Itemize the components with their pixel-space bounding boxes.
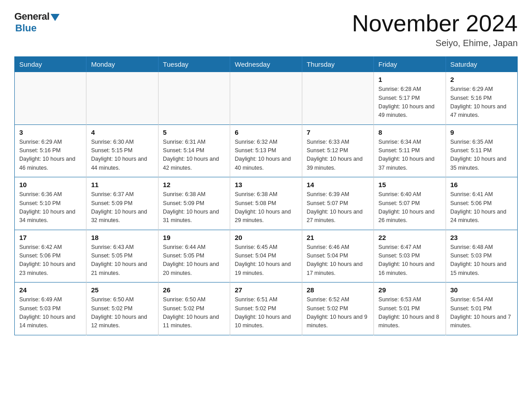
day-number: 22	[378, 234, 441, 241]
calendar-cell: 19Sunrise: 6:44 AMSunset: 5:05 PMDayligh…	[158, 230, 230, 283]
day-number: 5	[163, 128, 225, 136]
calendar-cell: 13Sunrise: 6:38 AMSunset: 5:08 PMDayligh…	[230, 177, 302, 230]
day-info: Sunrise: 6:46 AMSunset: 5:04 PMDaylight:…	[307, 243, 369, 278]
day-number: 1	[378, 76, 441, 83]
calendar-cell: 2Sunrise: 6:29 AMSunset: 5:16 PMDaylight…	[446, 72, 517, 125]
day-info: Sunrise: 6:30 AMSunset: 5:15 PMDaylight:…	[91, 138, 153, 173]
weekday-header-sunday: Sunday	[15, 57, 86, 72]
day-number: 24	[19, 286, 82, 294]
title-block: November 2024 Seiyo, Ehime, Japan	[352, 11, 518, 48]
calendar-week-row: 24Sunrise: 6:49 AMSunset: 5:03 PMDayligh…	[15, 283, 518, 335]
calendar-cell: 28Sunrise: 6:52 AMSunset: 5:02 PMDayligh…	[302, 283, 373, 335]
day-info: Sunrise: 6:49 AMSunset: 5:03 PMDaylight:…	[19, 295, 82, 330]
calendar-cell: 26Sunrise: 6:50 AMSunset: 5:02 PMDayligh…	[158, 283, 230, 335]
day-info: Sunrise: 6:45 AMSunset: 5:04 PMDaylight:…	[235, 243, 297, 278]
day-info: Sunrise: 6:50 AMSunset: 5:02 PMDaylight:…	[91, 295, 153, 330]
day-number: 17	[19, 234, 82, 241]
day-number: 16	[450, 181, 513, 188]
calendar-cell: 20Sunrise: 6:45 AMSunset: 5:04 PMDayligh…	[230, 230, 302, 283]
logo-general-text: General	[14, 11, 49, 22]
calendar-cell: 4Sunrise: 6:30 AMSunset: 5:15 PMDaylight…	[86, 124, 158, 177]
day-number: 6	[235, 128, 297, 136]
day-number: 13	[235, 181, 297, 188]
calendar-cell: 14Sunrise: 6:39 AMSunset: 5:07 PMDayligh…	[302, 177, 373, 230]
calendar-cell: 25Sunrise: 6:50 AMSunset: 5:02 PMDayligh…	[86, 283, 158, 335]
calendar-cell	[230, 72, 302, 125]
day-info: Sunrise: 6:29 AMSunset: 5:16 PMDaylight:…	[450, 85, 513, 120]
location-subtitle: Seiyo, Ehime, Japan	[352, 38, 518, 48]
day-number: 7	[307, 128, 369, 136]
day-number: 27	[235, 286, 297, 294]
day-info: Sunrise: 6:44 AMSunset: 5:05 PMDaylight:…	[163, 243, 225, 278]
logo-blue-text: Blue	[15, 22, 37, 34]
weekday-header-friday: Friday	[374, 57, 446, 72]
calendar-cell: 30Sunrise: 6:54 AMSunset: 5:01 PMDayligh…	[446, 283, 517, 335]
weekday-header-thursday: Thursday	[302, 57, 373, 72]
day-info: Sunrise: 6:50 AMSunset: 5:02 PMDaylight:…	[163, 295, 225, 330]
calendar-cell: 11Sunrise: 6:37 AMSunset: 5:09 PMDayligh…	[86, 177, 158, 230]
day-info: Sunrise: 6:51 AMSunset: 5:02 PMDaylight:…	[235, 295, 297, 330]
calendar-cell: 10Sunrise: 6:36 AMSunset: 5:10 PMDayligh…	[15, 177, 86, 230]
weekday-header-wednesday: Wednesday	[230, 57, 302, 72]
calendar-cell: 12Sunrise: 6:38 AMSunset: 5:09 PMDayligh…	[158, 177, 230, 230]
logo: General Blue	[14, 11, 60, 34]
weekday-header-saturday: Saturday	[446, 57, 517, 72]
day-info: Sunrise: 6:43 AMSunset: 5:05 PMDaylight:…	[91, 243, 153, 278]
day-info: Sunrise: 6:28 AMSunset: 5:17 PMDaylight:…	[378, 85, 441, 120]
calendar-cell: 3Sunrise: 6:29 AMSunset: 5:16 PMDaylight…	[15, 124, 86, 177]
day-number: 20	[235, 234, 297, 241]
day-number: 30	[450, 286, 513, 294]
calendar-cell: 9Sunrise: 6:35 AMSunset: 5:11 PMDaylight…	[446, 124, 517, 177]
day-number: 2	[450, 76, 513, 83]
day-info: Sunrise: 6:40 AMSunset: 5:07 PMDaylight:…	[378, 190, 441, 225]
day-info: Sunrise: 6:35 AMSunset: 5:11 PMDaylight:…	[450, 138, 513, 173]
day-number: 11	[91, 181, 153, 188]
calendar-cell: 29Sunrise: 6:53 AMSunset: 5:01 PMDayligh…	[374, 283, 446, 335]
day-info: Sunrise: 6:39 AMSunset: 5:07 PMDaylight:…	[307, 190, 369, 225]
calendar-cell: 17Sunrise: 6:42 AMSunset: 5:06 PMDayligh…	[15, 230, 86, 283]
day-number: 23	[450, 234, 513, 241]
calendar-cell: 23Sunrise: 6:48 AMSunset: 5:03 PMDayligh…	[446, 230, 517, 283]
month-year-title: November 2024	[352, 11, 518, 36]
calendar-cell	[302, 72, 373, 125]
calendar-cell: 15Sunrise: 6:40 AMSunset: 5:07 PMDayligh…	[374, 177, 446, 230]
calendar-cell: 24Sunrise: 6:49 AMSunset: 5:03 PMDayligh…	[15, 283, 86, 335]
day-info: Sunrise: 6:33 AMSunset: 5:12 PMDaylight:…	[307, 138, 369, 173]
day-info: Sunrise: 6:42 AMSunset: 5:06 PMDaylight:…	[19, 243, 82, 278]
day-number: 9	[450, 128, 513, 136]
day-number: 8	[378, 128, 441, 136]
day-number: 12	[163, 181, 225, 188]
calendar-cell: 21Sunrise: 6:46 AMSunset: 5:04 PMDayligh…	[302, 230, 373, 283]
day-number: 14	[307, 181, 369, 188]
day-info: Sunrise: 6:52 AMSunset: 5:02 PMDaylight:…	[307, 295, 369, 330]
weekday-header-tuesday: Tuesday	[158, 57, 230, 72]
calendar-cell: 18Sunrise: 6:43 AMSunset: 5:05 PMDayligh…	[86, 230, 158, 283]
calendar-cell: 5Sunrise: 6:31 AMSunset: 5:14 PMDaylight…	[158, 124, 230, 177]
calendar-cell: 6Sunrise: 6:32 AMSunset: 5:13 PMDaylight…	[230, 124, 302, 177]
calendar-cell: 7Sunrise: 6:33 AMSunset: 5:12 PMDaylight…	[302, 124, 373, 177]
calendar-cell	[86, 72, 158, 125]
calendar-cell: 1Sunrise: 6:28 AMSunset: 5:17 PMDaylight…	[374, 72, 446, 125]
day-number: 29	[378, 286, 441, 294]
calendar-week-row: 3Sunrise: 6:29 AMSunset: 5:16 PMDaylight…	[15, 124, 518, 177]
calendar-cell: 8Sunrise: 6:34 AMSunset: 5:11 PMDaylight…	[374, 124, 446, 177]
weekday-header-row: SundayMondayTuesdayWednesdayThursdayFrid…	[15, 57, 518, 72]
day-info: Sunrise: 6:32 AMSunset: 5:13 PMDaylight:…	[235, 138, 297, 173]
day-info: Sunrise: 6:47 AMSunset: 5:03 PMDaylight:…	[378, 243, 441, 278]
day-info: Sunrise: 6:38 AMSunset: 5:09 PMDaylight:…	[163, 190, 225, 225]
day-info: Sunrise: 6:53 AMSunset: 5:01 PMDaylight:…	[378, 295, 441, 330]
day-info: Sunrise: 6:36 AMSunset: 5:10 PMDaylight:…	[19, 190, 82, 225]
calendar-cell: 22Sunrise: 6:47 AMSunset: 5:03 PMDayligh…	[374, 230, 446, 283]
day-info: Sunrise: 6:54 AMSunset: 5:01 PMDaylight:…	[450, 295, 513, 330]
day-number: 19	[163, 234, 225, 241]
day-info: Sunrise: 6:38 AMSunset: 5:08 PMDaylight:…	[235, 190, 297, 225]
day-number: 26	[163, 286, 225, 294]
calendar-cell: 16Sunrise: 6:41 AMSunset: 5:06 PMDayligh…	[446, 177, 517, 230]
calendar-cell	[158, 72, 230, 125]
calendar-week-row: 10Sunrise: 6:36 AMSunset: 5:10 PMDayligh…	[15, 177, 518, 230]
day-info: Sunrise: 6:48 AMSunset: 5:03 PMDaylight:…	[450, 243, 513, 278]
day-number: 10	[19, 181, 82, 188]
day-number: 15	[378, 181, 441, 188]
day-number: 21	[307, 234, 369, 241]
logo-triangle-icon	[51, 14, 60, 21]
